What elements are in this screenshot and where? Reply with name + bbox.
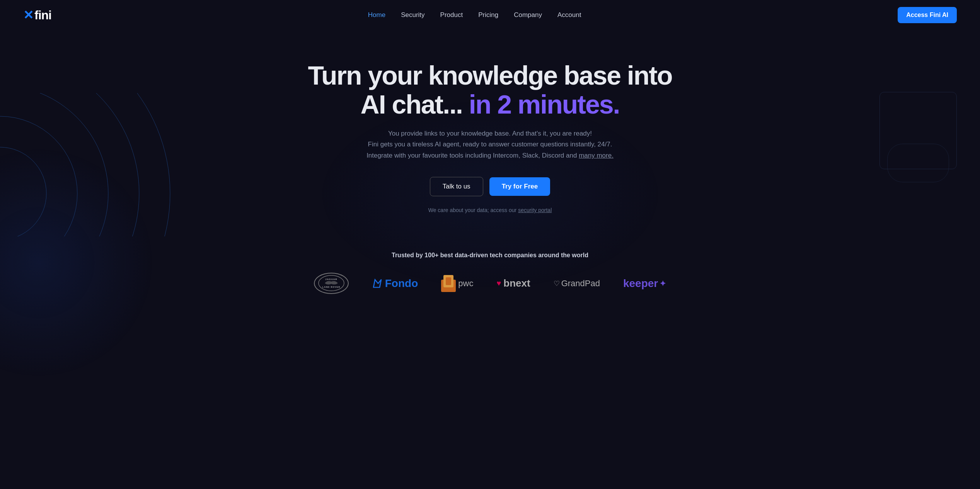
navbar: ✕ fini Home Security Product Pricing Com… (0, 0, 980, 30)
pwc-icon (441, 275, 456, 292)
jaguar-badge: JAGUAR LAND ROVER (314, 273, 349, 294)
hero-subtitle: You provide links to your knowledge base… (8, 128, 972, 162)
jaguar-logo: JAGUAR LAND ROVER (314, 273, 349, 294)
hero-title-line2: AI chat... in 2 minutes. (361, 90, 620, 119)
hero-title-highlight: in 2 minutes. (469, 90, 620, 119)
nav-pricing[interactable]: Pricing (478, 11, 498, 19)
svg-text:JAGUAR: JAGUAR (325, 278, 337, 280)
bnext-logo: ♥ bnext (496, 277, 530, 289)
nav-account[interactable]: Account (557, 11, 581, 19)
fondo-icon (372, 278, 383, 289)
trusted-section: Trusted by 100+ best data-driven tech co… (0, 236, 980, 302)
fondo-text: Fondo (385, 277, 418, 290)
trusted-label: Trusted by 100+ best data-driven tech co… (23, 252, 957, 259)
many-more-link[interactable]: many more. (579, 152, 614, 159)
access-fini-button[interactable]: Access Fini AI (898, 7, 957, 23)
nav-links: Home Security Product Pricing Company Ac… (368, 11, 581, 19)
svg-text:LAND ROVER: LAND ROVER (322, 286, 340, 288)
fondo-logo: Fondo (372, 277, 418, 290)
logo-text: fini (34, 8, 51, 22)
nav-product[interactable]: Product (440, 11, 463, 19)
hero-buttons: Talk to us Try for Free (8, 177, 972, 196)
hero-section: Turn your knowledge base into AI chat...… (0, 30, 980, 236)
pwc-text: pwc (458, 278, 473, 289)
try-for-free-button[interactable]: Try for Free (489, 177, 551, 196)
grandpad-logo: ♡ GrandPad (554, 278, 600, 289)
grandpad-text: GrandPad (561, 278, 600, 289)
hero-title-line1: Turn your knowledge base into (308, 61, 672, 90)
logos-row: JAGUAR LAND ROVER Fondo pw (23, 273, 957, 294)
data-note: We care about your data; access our secu… (8, 207, 972, 213)
security-portal-link[interactable]: security portal (518, 207, 552, 213)
nav-home[interactable]: Home (368, 11, 385, 19)
keeper-logo: keeper ✦ (623, 277, 666, 290)
keeper-star-icon: ✦ (660, 279, 666, 288)
logo-icon: ✕ (23, 8, 33, 22)
bnext-text: bnext (503, 277, 530, 289)
bnext-heart-icon: ♥ (496, 279, 501, 288)
nav-security[interactable]: Security (401, 11, 424, 19)
svg-rect-10 (446, 277, 451, 285)
grandpad-heart-icon: ♡ (554, 279, 560, 288)
pwc-logo: pwc (441, 275, 473, 292)
hero-title: Turn your knowledge base into AI chat...… (8, 61, 972, 119)
talk-to-us-button[interactable]: Talk to us (430, 177, 483, 196)
keeper-text: keeper (623, 277, 658, 290)
logo-link[interactable]: ✕ fini (23, 8, 51, 22)
nav-company[interactable]: Company (514, 11, 542, 19)
